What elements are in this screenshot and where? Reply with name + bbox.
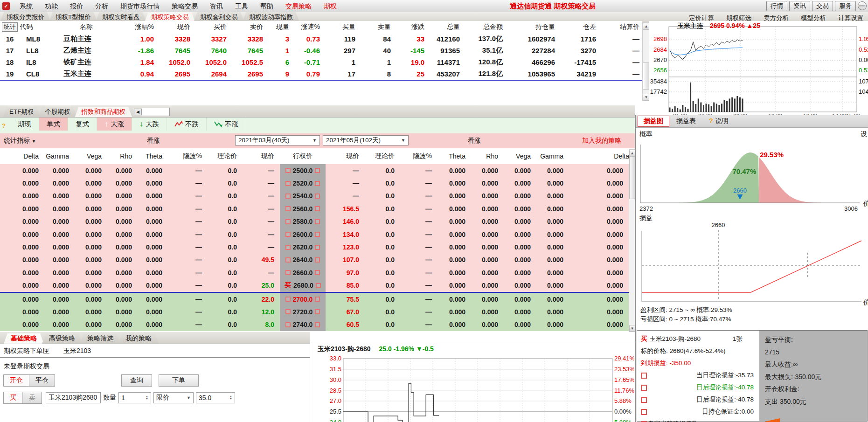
chain-col-3-Rho[interactable]: Rho: [107, 152, 138, 160]
col-header-卖量[interactable]: 卖量: [358, 23, 394, 31]
chain-col-0-Delta[interactable]: Delta: [14, 152, 44, 160]
strike-checkbox[interactable]: [285, 297, 291, 302]
menu-item-策略交易[interactable]: 策略交易: [166, 0, 204, 12]
strike-checkbox[interactable]: [285, 245, 291, 250]
toolbar-button-大跌[interactable]: ↓大跌: [132, 118, 167, 131]
chain-col-15-Gamma[interactable]: Gamma: [536, 152, 569, 160]
order-tab-策略筛选[interactable]: 策略筛选: [80, 333, 120, 344]
menu-item-期货市场行情[interactable]: 期货市场行情: [114, 0, 166, 12]
scroll-down-icon[interactable]: ▼: [643, 94, 650, 101]
price-type-select[interactable]: 限价 ▼: [153, 392, 194, 403]
chain-col-12-Theta[interactable]: Theta: [437, 152, 471, 160]
strike-checkbox[interactable]: [285, 219, 291, 224]
far-expiry-select[interactable]: 2021年05月(102天)▼: [323, 135, 409, 145]
menu-item-系统[interactable]: 系统: [14, 0, 39, 12]
table-row[interactable]: 19CL8玉米主连0.9426952694269590.791782545320…: [0, 68, 642, 81]
stepper-arrows-icon[interactable]: ▲▼: [143, 395, 148, 400]
toolbar-button-大涨[interactable]: ↑大涨: [97, 118, 132, 131]
option-row[interactable]: 0.0000.0000.0000.0000.000—0.0—2560.0156.…: [0, 202, 629, 215]
option-row[interactable]: 0.0000.0000.0000.0000.000—0.022.02700.07…: [0, 293, 629, 305]
scroll-thumb[interactable]: [643, 62, 650, 90]
chain-col-10-理论价[interactable]: 理论价: [365, 152, 400, 160]
strike-checkbox[interactable]: [315, 309, 320, 314]
col-header-涨幅%[interactable]: 涨幅%: [117, 23, 157, 31]
chain-col-8-行权价[interactable]: 行权价: [280, 152, 326, 160]
stat-indicator-dropdown[interactable]: 统计指标 ▼: [4, 137, 36, 145]
col-header-买量[interactable]: 买量: [323, 23, 358, 31]
col-header-总量[interactable]: 总量: [427, 23, 463, 31]
col-header-结算价[interactable]: 结算价: [599, 23, 642, 31]
stepper-arrows-icon[interactable]: ▲▼: [227, 395, 232, 400]
chain-col-16-Delta[interactable]: Delta: [569, 152, 635, 160]
chain-col-13-Rho[interactable]: Rho: [471, 152, 504, 160]
titlebar-button-资讯[interactable]: 资讯: [789, 1, 810, 11]
stat-button[interactable]: 统计: [2, 22, 18, 32]
strike-checkbox[interactable]: [315, 270, 320, 275]
strike-checkbox[interactable]: [315, 257, 320, 263]
table-row[interactable]: 17LL8乙烯主连-1.867645764076451-0.4629740-14…: [0, 45, 642, 56]
strike-checkbox[interactable]: [315, 219, 320, 224]
menu-item-工具[interactable]: 工具: [229, 0, 254, 12]
strike-checkbox[interactable]: [285, 206, 291, 211]
pl-tab-说明[interactable]: ?说明: [703, 116, 735, 127]
option-row[interactable]: 0.0000.0000.0000.0000.000—0.0—2520.0—0.0…: [0, 177, 629, 189]
col-header-代码[interactable]: 代码: [20, 23, 56, 31]
chain-col-7-现价[interactable]: 现价: [243, 152, 280, 160]
strike-checkbox[interactable]: [285, 309, 291, 314]
chain-tab-scroller[interactable]: ◀: [134, 108, 170, 116]
submit-order-button[interactable]: 下单: [159, 374, 199, 387]
toolbar-button-不涨[interactable]: 不涨: [207, 118, 246, 131]
option-row[interactable]: 0.0000.0000.0000.0000.000—0.049.52640.01…: [0, 254, 629, 266]
strike-checkbox[interactable]: [285, 181, 291, 186]
help-icon[interactable]: ?: [2, 122, 6, 129]
option-row[interactable]: 0.0000.0000.0000.0000.000—0.08.02740.060…: [0, 318, 629, 331]
option-row[interactable]: 0.0000.0000.0000.0000.000—0.0—2500.0—0.0…: [0, 164, 629, 177]
pl-tab-损益表[interactable]: 损益表: [670, 116, 702, 127]
titlebar-button-交易[interactable]: 交易: [812, 1, 833, 11]
col-header-现价[interactable]: 现价: [157, 23, 193, 31]
col-header-涨跌[interactable]: 涨跌: [394, 23, 427, 31]
strike-checkbox[interactable]: [285, 270, 291, 275]
chain-col-6-理论价[interactable]: 理论价: [208, 152, 243, 160]
toolbar-button-期现[interactable]: 期现: [10, 118, 39, 131]
menu-item-资讯[interactable]: 资讯: [204, 0, 229, 12]
strike-checkbox[interactable]: [315, 194, 320, 199]
menu-item-交易策略[interactable]: 交易策略: [279, 0, 318, 12]
option-row[interactable]: 0.0000.0000.0000.0000.000—0.0—2540.0—0.0…: [0, 190, 629, 202]
strike-checkbox[interactable]: [315, 322, 320, 327]
strike-checkbox[interactable]: [315, 168, 320, 173]
checkbox[interactable]: [641, 373, 647, 379]
col-header-名称[interactable]: 名称: [56, 23, 117, 31]
col-header-卖价[interactable]: 卖价: [229, 23, 266, 31]
chain-col-11-隐波%[interactable]: 隐波%: [400, 152, 437, 160]
strike-checkbox[interactable]: [285, 194, 291, 199]
query-button[interactable]: 查询: [121, 374, 152, 387]
menu-item-期权[interactable]: 期权: [318, 0, 343, 12]
table-row[interactable]: 16ML8豆粕主连1.0033283327332830.731198433412…: [0, 33, 642, 45]
checkbox[interactable]: [641, 397, 647, 403]
chain-col-14-Vega[interactable]: Vega: [504, 152, 536, 160]
option-row[interactable]: 0.0000.0000.0000.0000.000—0.0—2580.0146.…: [0, 215, 629, 228]
col-header-仓差[interactable]: 仓差: [558, 23, 599, 31]
chain-col-9-现价[interactable]: 现价: [326, 152, 365, 160]
strike-checkbox[interactable]: [315, 245, 320, 250]
checkbox[interactable]: [641, 385, 647, 391]
toolbar-button-复式[interactable]: 复式: [68, 118, 97, 131]
titlebar-button-行情[interactable]: 行情: [766, 1, 787, 11]
order-tab-基础策略[interactable]: 基础策略: [4, 333, 44, 344]
add-to-strategy-link[interactable]: 加入我的策略: [582, 137, 621, 145]
toolbar-button-不跌[interactable]: 不跌: [167, 118, 207, 131]
chain-col-5-隐波%[interactable]: 隐波%: [168, 152, 208, 160]
col-header-总金额[interactable]: 总金额: [463, 23, 506, 31]
price-stepper[interactable]: 35.0 ▲▼: [196, 392, 235, 403]
strike-checkbox[interactable]: [315, 181, 320, 186]
strike-checkbox[interactable]: [285, 257, 291, 263]
option-row[interactable]: 0.0000.0000.0000.0000.000—0.0—2620.0123.…: [0, 241, 629, 253]
table-row[interactable]: 18IL8铁矿主连1.841052.01052.01052.56-0.71111…: [0, 56, 642, 68]
col-header-买价[interactable]: 买价: [193, 23, 229, 31]
col-header-持仓量[interactable]: 持仓量: [506, 23, 558, 31]
scroll-left-icon[interactable]: ◀: [134, 109, 142, 115]
strike-checkbox[interactable]: [285, 232, 291, 237]
chain-col-1-Gamma[interactable]: Gamma: [44, 152, 75, 160]
chain-tab-个股期权[interactable]: 个股期权: [39, 107, 77, 117]
